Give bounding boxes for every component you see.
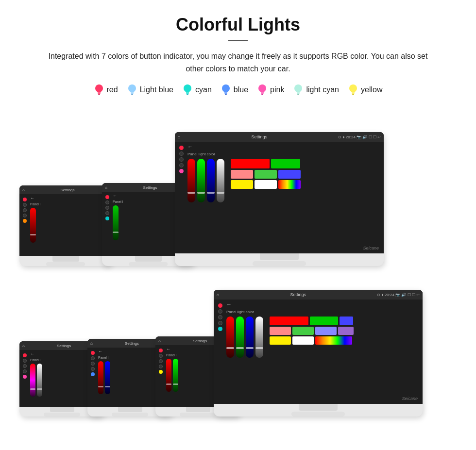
device-b4: ⌂ Settings ⊙ ♦ 20:24 📷 🔊 ☐ ☐ ↩	[214, 290, 423, 417]
svg-rect-19	[352, 92, 355, 94]
svg-point-12	[258, 84, 266, 92]
color-item-pink: pink	[257, 83, 284, 96]
color-item-blue: blue	[221, 83, 248, 96]
device-t1: ⌂ Settings ← Panel l	[19, 185, 112, 266]
svg-rect-8	[187, 94, 188, 95]
screen-t1: ⌂ Settings ← Panel l	[19, 185, 112, 256]
color-label-red: red	[107, 85, 118, 94]
svg-rect-16	[297, 92, 300, 94]
screen-t3: ⌂ Settings ⊙ ♦ 20:24 📷 🔊 ☐ ☐ ↩	[175, 132, 384, 253]
color-label-lightblue: Light blue	[140, 85, 173, 94]
top-row-devices: ⌂ Settings ← Panel l	[19, 111, 457, 266]
screen-b4: ⌂ Settings ⊙ ♦ 20:24 📷 🔊 ☐ ☐ ↩	[214, 290, 423, 404]
svg-point-18	[349, 84, 357, 92]
svg-point-6	[184, 84, 191, 92]
svg-rect-20	[352, 94, 354, 95]
bulb-icon-blue	[221, 83, 231, 96]
description: Integrated with 7 colors of button indic…	[39, 50, 437, 75]
svg-rect-11	[225, 94, 227, 95]
color-item-cyan: cyan	[182, 83, 212, 96]
svg-rect-7	[186, 92, 189, 94]
color-item-yellow: yellow	[348, 83, 382, 96]
svg-point-0	[95, 84, 103, 92]
svg-rect-13	[261, 92, 264, 94]
bottom-row-devices: ⌂ Settings ← Panel l	[19, 266, 457, 417]
svg-point-9	[222, 84, 230, 92]
bulb-icon-lightblue	[127, 83, 137, 96]
color-item-red: red	[94, 83, 118, 96]
page-title: Colorful Lights	[176, 15, 300, 35]
svg-rect-5	[131, 94, 133, 95]
svg-rect-17	[297, 94, 299, 95]
svg-rect-14	[261, 94, 263, 95]
color-item-lightcyan: light cyan	[293, 83, 339, 96]
svg-rect-2	[98, 94, 100, 95]
devices-section: ⌂ Settings ← Panel l	[19, 111, 457, 417]
bulb-icon-cyan	[182, 83, 193, 96]
bulb-icon-lightcyan	[293, 83, 304, 96]
title-divider	[228, 40, 248, 41]
bulb-icon-yellow	[348, 83, 358, 96]
svg-rect-1	[98, 92, 101, 94]
color-legend: red Light blue cyan blue pink	[94, 83, 383, 96]
color-label-cyan: cyan	[195, 85, 212, 94]
bulb-icon-pink	[257, 83, 268, 96]
color-label-blue: blue	[234, 85, 248, 94]
color-label-pink: pink	[270, 85, 284, 94]
svg-point-15	[294, 84, 302, 92]
bulb-icon-red	[94, 83, 104, 96]
svg-point-3	[128, 84, 136, 92]
svg-rect-4	[131, 92, 134, 94]
svg-rect-10	[224, 92, 227, 94]
color-item-lightblue: Light blue	[127, 83, 173, 96]
color-label-lightcyan: light cyan	[306, 85, 339, 94]
device-t3: ⌂ Settings ⊙ ♦ 20:24 📷 🔊 ☐ ☐ ↩	[175, 132, 384, 266]
seicane-watermark-b: Seicane	[402, 396, 418, 401]
seicane-watermark: Seicane	[363, 246, 379, 250]
color-label-yellow: yellow	[361, 85, 382, 94]
